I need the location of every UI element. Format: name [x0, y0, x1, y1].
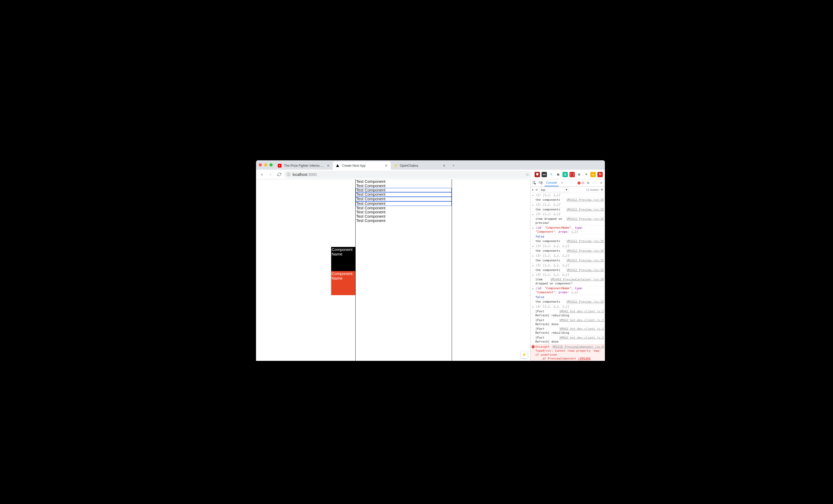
window-minimize-button[interactable] [264, 163, 267, 167]
console-log-row[interactable]: ▸(3) [{…}, {…}, {…}] [530, 263, 605, 268]
onepassword-icon[interactable]: ⋮⋮ [569, 172, 575, 177]
devtools-menu-icon[interactable]: ⋮ [592, 180, 597, 185]
browser-window: The Prize Fighter Inferno - Sta…✕Create … [256, 160, 605, 361]
console-source-link[interactable]: VM1426 PreviewComponent.jsx:9 [552, 345, 604, 349]
browser-tab[interactable]: The Prize Fighter Inferno - Sta…✕ [275, 161, 333, 170]
preview-test-component[interactable]: Test Component [356, 184, 452, 188]
console-log-row[interactable]: VM1422 Preview.jsx:15the components [530, 249, 605, 254]
palette-card-black[interactable]: Component Name [331, 247, 355, 271]
page-viewport: Test ComponentTest ComponentTest Compone… [256, 179, 530, 361]
devtools-tab-console[interactable]: Console [545, 179, 558, 186]
avatar-icon[interactable]: ● [590, 172, 596, 177]
console-source-link[interactable]: VM942 hot-dev-client.js:1 [559, 336, 604, 340]
inspect-element-icon[interactable] [532, 180, 537, 185]
console-log-row[interactable]: VM1403 PreviewContainer.jsx:20item dropp… [530, 277, 605, 286]
tab-close-icon[interactable]: ✕ [384, 164, 388, 168]
tab-close-icon[interactable]: ✕ [326, 164, 330, 168]
browser-toolbar: ⓘ localhost:3000 ☆ ⛊•••⚛NS⋮⋮◎✦●↻ [256, 170, 605, 179]
console-source-link[interactable]: VM1422 Preview.jsx:15 [567, 208, 604, 212]
nav-forward-button[interactable] [267, 171, 274, 178]
url-text: localhost:3000 [292, 172, 317, 177]
console-source-link[interactable]: VM1403 PreviewContainer.jsx:20 [550, 278, 604, 282]
console-hidden-count[interactable]: 12 hidden [586, 188, 599, 192]
console-log-row[interactable]: VM942 hot-dev-client.js:1[Fast Refresh] … [530, 318, 605, 327]
console-log-row[interactable]: ▸(3) [{…}, {…}, {…}] [530, 244, 605, 249]
console-log-row[interactable]: ▸{id: "ComponentName", type: "Component"… [530, 226, 605, 234]
console-source-link[interactable]: VM1422 Preview.jsx:15 [567, 268, 604, 272]
console-play-icon[interactable]: ▸ [532, 188, 534, 192]
preview-test-component[interactable]: Test Component [356, 179, 452, 184]
nav-back-button[interactable] [258, 171, 266, 178]
nav-reload-button[interactable] [275, 171, 283, 178]
device-toolbar-icon[interactable] [538, 180, 543, 185]
console-source-link[interactable]: VM942 hot-dev-client.js:1 [559, 327, 604, 331]
console-log-row[interactable]: ▸(2) [{…}, {…}] [530, 212, 605, 217]
tab-title: The Prize Fighter Inferno - Sta… [284, 164, 324, 168]
console-source-link[interactable]: VM1422 Preview.jsx:15 [567, 198, 604, 202]
console-log-area[interactable]: ▸(2) [{…}, {…}]VM1422 Preview.jsx:15the … [530, 193, 605, 361]
notion-icon[interactable]: N [555, 172, 561, 177]
console-source-link[interactable]: VM1422 Preview.jsx:15 [567, 259, 604, 263]
console-log-row[interactable]: ▸(3) [{…}, {…}, {…}] [530, 273, 605, 277]
site-info-icon[interactable]: ⓘ [287, 172, 290, 177]
console-source-link[interactable]: VM1422 Preview.jsx:15 [567, 249, 604, 253]
console-log-row[interactable]: VM942 hot-dev-client.js:1[Fast Refresh] … [530, 327, 605, 336]
preview-test-component[interactable]: Test Component [356, 219, 452, 223]
console-log-row[interactable]: ▸{id: "ComponentName", type: "Component"… [530, 286, 605, 295]
preview-test-component[interactable]: Test Component [356, 188, 452, 193]
devtools-tab-more[interactable]: » [560, 179, 564, 186]
console-settings-icon[interactable]: ⚙ [601, 188, 603, 192]
console-log-row[interactable]: ▸(2) [{…}, {…}] [530, 203, 605, 207]
window-close-button[interactable] [259, 163, 262, 167]
tab-close-icon[interactable]: ✕ [442, 164, 446, 168]
console-log-row[interactable]: VM942 hot-dev-client.js:1[Fast Refresh] … [530, 336, 605, 345]
console-log-row[interactable]: VM942 hot-dev-client.js:1[Fast Refresh] … [530, 309, 605, 318]
console-log-row[interactable]: VM1422 Preview.jsx:15the components [530, 300, 605, 305]
console-log-row[interactable]: VM1422 Preview.jsx:15the components [530, 207, 605, 212]
browser-tab[interactable]: ⚡OpenChakra✕ [391, 161, 449, 170]
preview-test-component[interactable]: Test Component [356, 201, 452, 206]
preview-test-component[interactable]: Test Component [356, 206, 452, 210]
devtools-error-count[interactable]: ✕21 [577, 181, 585, 184]
preview-test-component[interactable]: Test Component [356, 192, 452, 197]
bookmark-star-icon[interactable]: ☆ [526, 172, 529, 177]
update-icon[interactable]: ↻ [597, 172, 603, 177]
palette-card-red[interactable]: Component Name [331, 271, 355, 295]
console-source-link[interactable]: VM942 hot-dev-client.js:1 [559, 319, 604, 323]
devtools-close-icon[interactable]: ✕ [598, 180, 604, 185]
ublock-icon[interactable]: ⛊ [534, 172, 540, 177]
nextjs-bolt-badge[interactable]: ⚡ [521, 351, 528, 358]
lastpass-icon[interactable]: ••• [542, 172, 547, 177]
console-log-row[interactable]: VM1422 Preview.jsx:15the components [530, 258, 605, 263]
preview-test-component[interactable]: Test Component [356, 210, 452, 214]
devtools-settings-icon[interactable]: ⚙ [586, 180, 591, 185]
console-clear-icon[interactable]: ⊘ [536, 188, 538, 192]
browser-tab[interactable]: Create Next App✕ [333, 161, 391, 170]
console-log-row[interactable]: VM1422 Preview.jsx:15the components [530, 268, 605, 273]
stack-source-link[interactable]: (VM1408 PreviewComponent.jsx:9) [536, 357, 590, 361]
console-log-row[interactable]: ▸(3) [{…}, {…}, {…}] [530, 305, 605, 309]
react-devtools-icon[interactable]: ⚛ [549, 172, 554, 177]
console-source-link[interactable]: VM1422 Preview.jsx:15 [567, 240, 604, 244]
console-source-link[interactable]: VM1422 Preview.jsx:15 [567, 300, 604, 304]
console-log-row[interactable]: false [530, 234, 605, 240]
console-log-row[interactable]: VM1422 Preview.jsx:15the components [530, 239, 605, 244]
console-log-row[interactable]: false [530, 295, 605, 300]
console-error-row[interactable]: ✕VM1426 PreviewComponent.jsx:9▸Uncaught … [530, 345, 605, 361]
preview-test-component[interactable]: Test Component [356, 214, 452, 219]
console-source-link[interactable]: VM942 hot-dev-client.js:1 [559, 310, 604, 314]
extensions-icon[interactable]: ✦ [584, 172, 589, 177]
preview-panel[interactable]: Test ComponentTest ComponentTest Compone… [355, 179, 452, 361]
console-source-link[interactable]: VM1422 Preview.jsx:15 [567, 217, 604, 221]
address-bar[interactable]: ⓘ localhost:3000 ☆ [284, 171, 532, 178]
console-log-row[interactable]: ▸(3) [{…}, {…}, {…}] [530, 254, 605, 258]
preview-test-component[interactable]: Test Component [356, 197, 452, 201]
console-log-row[interactable]: ▸(2) [{…}, {…}] [530, 193, 605, 198]
window-zoom-button[interactable] [269, 163, 273, 167]
new-tab-button[interactable]: + [450, 162, 457, 169]
console-log-row[interactable]: VM1422 Preview.jsx:15the components [530, 198, 605, 203]
screenshot-icon[interactable]: ◎ [576, 172, 582, 177]
console-context-selector[interactable]: top▾ [540, 187, 569, 192]
grammarly-icon[interactable]: S [563, 172, 568, 177]
console-log-row[interactable]: VM1422 Preview.jsx:15item dropped on pre… [530, 217, 605, 226]
